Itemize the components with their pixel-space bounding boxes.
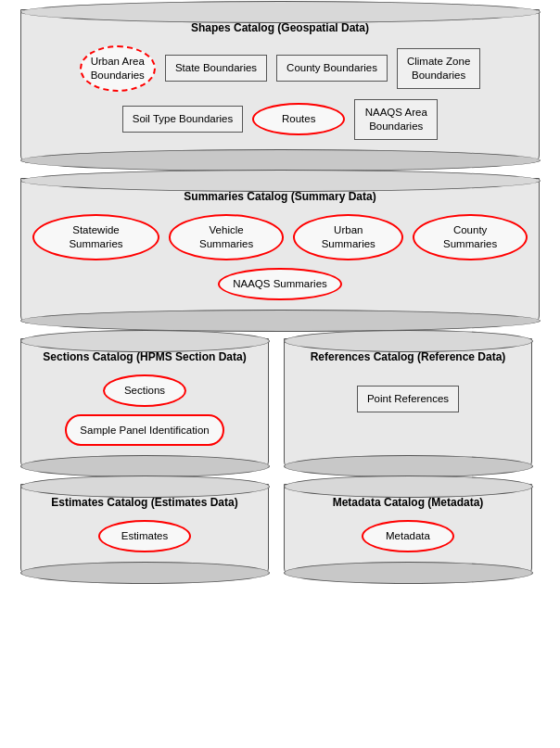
estimates-metadata-row: Estimates Catalog (Estimates Data) Estim… <box>20 484 540 576</box>
vehicle-summaries[interactable]: Vehicle Summaries <box>169 214 284 260</box>
references-catalog-drum: References Catalog (Reference Data) Poin… <box>284 338 532 470</box>
naaqs-area-boundaries[interactable]: NAAQS AreaBoundaries <box>354 99 438 140</box>
metadata-catalog-content: Metadata <box>294 520 522 552</box>
shapes-row-1: Urban AreaBoundaries State Boundaries Co… <box>32 45 528 92</box>
point-references[interactable]: Point References <box>357 386 459 412</box>
climate-zone-boundaries[interactable]: Climate ZoneBoundaries <box>397 48 480 89</box>
estimates[interactable]: Estimates <box>98 520 191 552</box>
references-catalog-title: References Catalog (Reference Data) <box>294 350 522 363</box>
county-summaries[interactable]: County Summaries <box>413 214 528 260</box>
shapes-catalog-title: Shapes Catalog (Geospatial Data) <box>32 21 528 34</box>
estimates-catalog-title: Estimates Catalog (Estimates Data) <box>31 496 259 509</box>
state-boundaries[interactable]: State Boundaries <box>165 55 267 82</box>
estimates-catalog-content: Estimates <box>31 520 259 552</box>
sections[interactable]: Sections <box>103 374 186 407</box>
summaries-catalog-drum: Summaries Catalog (Summary Data) Statewi… <box>20 178 540 323</box>
shapes-catalog-content: Urban AreaBoundaries State Boundaries Co… <box>32 45 528 140</box>
urban-summaries[interactable]: Urban Summaries <box>293 214 403 260</box>
estimates-catalog-drum: Estimates Catalog (Estimates Data) Estim… <box>20 484 269 576</box>
sample-panel-identification[interactable]: Sample Panel Identification <box>65 414 223 447</box>
sections-catalog-title: Sections Catalog (HPMS Section Data) <box>31 350 259 363</box>
statewide-summaries[interactable]: Statewide Summaries <box>32 214 159 260</box>
metadata-catalog-drum: Metadata Catalog (Metadata) Metadata <box>284 484 532 576</box>
metadata-row-1: Metadata <box>294 520 522 552</box>
shapes-catalog-drum: Shapes Catalog (Geospatial Data) Urban A… <box>20 9 540 163</box>
metadata-catalog-title: Metadata Catalog (Metadata) <box>294 496 522 509</box>
sections-references-row: Sections Catalog (HPMS Section Data) Sec… <box>20 338 540 470</box>
references-catalog-content: Point References <box>294 386 522 412</box>
estimates-row-1: Estimates <box>31 520 259 552</box>
county-boundaries[interactable]: County Boundaries <box>276 55 388 82</box>
page-container: Shapes Catalog (Geospatial Data) Urban A… <box>9 9 551 576</box>
summaries-row-2: NAAQS Summaries <box>32 268 528 300</box>
summaries-catalog-title: Summaries Catalog (Summary Data) <box>32 190 528 203</box>
shapes-row-2: Soil Type Boundaries Routes NAAQS AreaBo… <box>32 99 528 140</box>
naaqs-summaries[interactable]: NAAQS Summaries <box>218 268 342 300</box>
soil-type-boundaries[interactable]: Soil Type Boundaries <box>122 106 243 133</box>
routes[interactable]: Routes <box>252 103 345 135</box>
sections-row-2: Sample Panel Identification <box>31 414 259 447</box>
sections-catalog-drum: Sections Catalog (HPMS Section Data) Sec… <box>20 338 269 470</box>
metadata[interactable]: Metadata <box>362 520 454 552</box>
references-row-1: Point References <box>294 386 522 412</box>
sections-catalog-content: Sections Sample Panel Identification <box>31 374 259 447</box>
urban-area-boundaries[interactable]: Urban AreaBoundaries <box>80 45 156 92</box>
sections-row-1: Sections <box>31 374 259 407</box>
summaries-row-1: Statewide Summaries Vehicle Summaries Ur… <box>32 214 528 260</box>
summaries-catalog-content: Statewide Summaries Vehicle Summaries Ur… <box>32 214 528 300</box>
